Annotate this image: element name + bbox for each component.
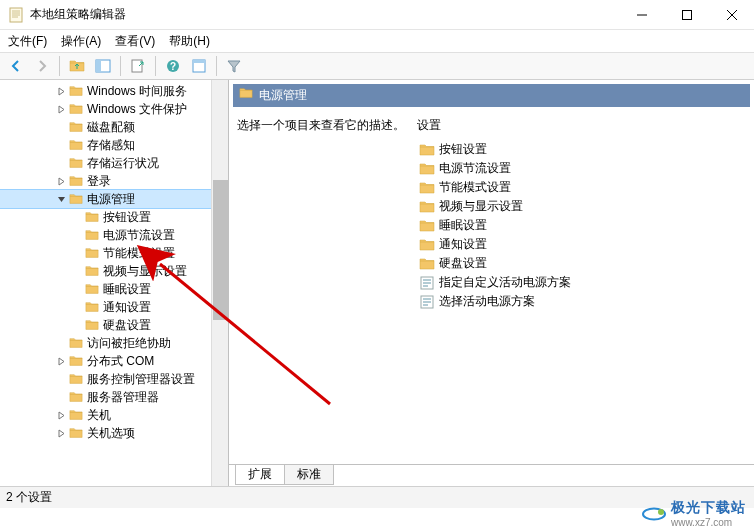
tree-pane: Windows 时间服务Windows 文件保护磁盘配额存储感知存储运行状况登录…	[0, 80, 229, 486]
svg-rect-9	[193, 60, 205, 63]
show-hide-tree-button[interactable]	[91, 55, 115, 77]
tree-item-label: Windows 文件保护	[87, 101, 187, 118]
list-item[interactable]: 硬盘设置	[417, 254, 746, 273]
list-item-label: 指定自定义活动电源方案	[439, 274, 571, 291]
folder-icon	[84, 318, 100, 332]
tree-item-label: 电源节流设置	[103, 227, 175, 244]
tree-item[interactable]: 磁盘配额	[0, 118, 228, 136]
tree-item[interactable]: 服务器管理器	[0, 388, 228, 406]
tree-item[interactable]: 存储运行状况	[0, 154, 228, 172]
tree-item[interactable]: 电源管理	[0, 190, 228, 208]
tree-item-label: Windows 时间服务	[87, 83, 187, 100]
folder-icon	[68, 336, 84, 350]
tree-scrollbar[interactable]	[211, 80, 228, 486]
expand-icon[interactable]	[54, 177, 68, 186]
svg-text:?: ?	[170, 61, 176, 72]
forward-button[interactable]	[30, 55, 54, 77]
properties-button[interactable]	[187, 55, 211, 77]
watermark-url: www.xz7.com	[671, 517, 746, 528]
tree-item[interactable]: 登录	[0, 172, 228, 190]
menu-help[interactable]: 帮助(H)	[169, 33, 210, 50]
description-prompt: 选择一个项目来查看它的描述。	[237, 118, 405, 132]
maximize-button[interactable]	[664, 0, 709, 29]
watermark-brand: 极光下载站	[671, 499, 746, 517]
export-button[interactable]	[126, 55, 150, 77]
detail-header-title: 电源管理	[259, 88, 307, 102]
tree-item[interactable]: 按钮设置	[0, 208, 228, 226]
list-item[interactable]: 按钮设置	[417, 140, 746, 159]
menu-view[interactable]: 查看(V)	[115, 33, 155, 50]
tree-item[interactable]: 存储感知	[0, 136, 228, 154]
list-item[interactable]: 通知设置	[417, 235, 746, 254]
expand-icon[interactable]	[54, 429, 68, 438]
tree-item-label: 服务控制管理器设置	[87, 371, 195, 388]
folder-icon	[68, 174, 84, 188]
tree-item[interactable]: 关机	[0, 406, 228, 424]
tree-item[interactable]: 服务控制管理器设置	[0, 370, 228, 388]
toolbar: ?	[0, 52, 754, 80]
tree-item[interactable]: 访问被拒绝协助	[0, 334, 228, 352]
list-item[interactable]: 选择活动电源方案	[417, 292, 746, 311]
tree-item[interactable]: Windows 文件保护	[0, 100, 228, 118]
tree-item[interactable]: 节能模式设置	[0, 244, 228, 262]
tree-item[interactable]: Windows 时间服务	[0, 82, 228, 100]
toolbar-sep	[120, 56, 121, 76]
column-header-setting[interactable]: 设置	[417, 117, 746, 134]
expand-icon[interactable]	[54, 411, 68, 420]
folder-icon	[419, 180, 435, 196]
tree-item-label: 节能模式设置	[103, 245, 175, 262]
tree-item-label: 通知设置	[103, 299, 151, 316]
folder-icon	[68, 408, 84, 422]
tree[interactable]: Windows 时间服务Windows 文件保护磁盘配额存储感知存储运行状况登录…	[0, 80, 228, 442]
minimize-button[interactable]	[619, 0, 664, 29]
list-item-label: 按钮设置	[439, 141, 487, 158]
folder-icon	[84, 246, 100, 260]
folder-icon	[84, 282, 100, 296]
list-item-label: 硬盘设置	[439, 255, 487, 272]
toolbar-sep	[59, 56, 60, 76]
tree-item-label: 存储运行状况	[87, 155, 159, 172]
folder-icon	[84, 300, 100, 314]
tree-item-label: 关机选项	[87, 425, 135, 442]
expand-icon[interactable]	[54, 105, 68, 114]
folder-icon	[68, 390, 84, 404]
folder-icon	[68, 102, 84, 116]
tree-item[interactable]: 视频与显示设置	[0, 262, 228, 280]
watermark: 极光下载站 www.xz7.com	[641, 499, 746, 528]
list-item[interactable]: 电源节流设置	[417, 159, 746, 178]
folder-icon	[419, 256, 435, 272]
tree-item-label: 分布式 COM	[87, 353, 154, 370]
menu-action[interactable]: 操作(A)	[61, 33, 101, 50]
filter-button[interactable]	[222, 55, 246, 77]
toolbar-sep	[216, 56, 217, 76]
back-button[interactable]	[4, 55, 28, 77]
close-button[interactable]	[709, 0, 754, 29]
tab-extended[interactable]: 扩展	[235, 465, 285, 485]
up-button[interactable]	[65, 55, 89, 77]
tree-item[interactable]: 电源节流设置	[0, 226, 228, 244]
list-item[interactable]: 视频与显示设置	[417, 197, 746, 216]
menu-file[interactable]: 文件(F)	[8, 33, 47, 50]
tab-standard[interactable]: 标准	[284, 465, 334, 485]
tree-scroll-thumb[interactable]	[213, 180, 228, 320]
settings-list: 设置 按钮设置电源节流设置节能模式设置视频与显示设置睡眠设置通知设置硬盘设置指定…	[417, 117, 746, 460]
tree-item[interactable]: 关机选项	[0, 424, 228, 442]
window-controls	[619, 0, 754, 29]
list-item[interactable]: 睡眠设置	[417, 216, 746, 235]
tree-item-label: 访问被拒绝协助	[87, 335, 171, 352]
tree-item[interactable]: 睡眠设置	[0, 280, 228, 298]
tree-item[interactable]: 分布式 COM	[0, 352, 228, 370]
tree-item-label: 关机	[87, 407, 111, 424]
list-item[interactable]: 节能模式设置	[417, 178, 746, 197]
expand-icon[interactable]	[54, 87, 68, 96]
titlebar: 本地组策略编辑器	[0, 0, 754, 30]
expand-icon[interactable]	[54, 357, 68, 366]
collapse-icon[interactable]	[54, 195, 68, 204]
folder-icon	[419, 161, 435, 177]
detail-body: 选择一个项目来查看它的描述。 设置 按钮设置电源节流设置节能模式设置视频与显示设…	[229, 107, 754, 464]
tree-item-label: 视频与显示设置	[103, 263, 187, 280]
help-button[interactable]: ?	[161, 55, 185, 77]
tree-item[interactable]: 通知设置	[0, 298, 228, 316]
list-item[interactable]: 指定自定义活动电源方案	[417, 273, 746, 292]
tree-item[interactable]: 硬盘设置	[0, 316, 228, 334]
